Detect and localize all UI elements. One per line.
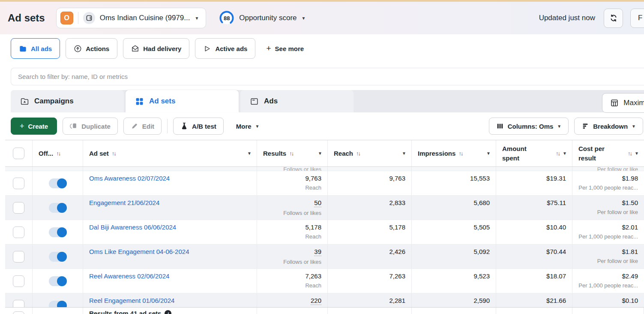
row-checkbox[interactable] — [13, 178, 24, 189]
chip-all-ads[interactable]: All ads — [11, 38, 60, 59]
cost-type-label: Per 1,000 people reac... — [578, 184, 638, 191]
results-value: 5,178 — [263, 223, 321, 231]
row-checkbox[interactable] — [13, 311, 24, 314]
row-toggle-on[interactable] — [49, 227, 67, 237]
row-checkbox[interactable] — [13, 226, 24, 238]
tab-campaigns[interactable]: Campaigns — [11, 90, 124, 112]
adset-name-link[interactable]: Reel Engagement 01/06/2024 — [89, 297, 174, 304]
chevron-down-icon: ▼ — [557, 124, 561, 129]
tab-ads[interactable]: Ads — [240, 90, 353, 112]
more-button[interactable]: More ▼ — [229, 118, 267, 135]
row-checkbox[interactable] — [13, 251, 24, 263]
divider — [78, 12, 78, 24]
row-toggle-on[interactable] — [49, 203, 67, 213]
topbar-right: Updated just now F — [539, 9, 644, 28]
select-all-checkbox[interactable] — [13, 148, 24, 159]
chip-label: Active ads — [215, 45, 247, 52]
impressions-value: 2,590 — [418, 297, 490, 304]
row-toggle-on[interactable] — [49, 276, 67, 286]
cost-value: $0.10 — [578, 297, 638, 304]
filters-button-clipped[interactable]: F — [630, 9, 644, 28]
results-type-label: Follows or likes — [263, 259, 321, 265]
chevron-down-icon[interactable]: ▼ — [402, 151, 406, 156]
opportunity-score[interactable]: 88 Opportunity score ▼ — [219, 10, 306, 26]
account-selector[interactable]: O Oms Indian Cuisine (9979... ▼ — [56, 8, 207, 28]
results-type-label: Reach — [263, 184, 321, 191]
level-tabs: Campaigns Ad sets Ads Maximum — [11, 90, 644, 112]
chip-label: Actions — [86, 45, 109, 52]
row-toggle-on[interactable] — [49, 252, 67, 262]
table-row: Oms Awareness 02/07/2024 9,763Reach 9,76… — [5, 171, 644, 196]
sort-icon[interactable]: ↑↓ — [628, 150, 632, 157]
cost-type-label: Per follow or like — [578, 209, 638, 215]
sort-icon[interactable]: ↑↓ — [356, 150, 360, 157]
amount-spent-value: $10.40 — [502, 223, 566, 231]
chevron-down-icon[interactable]: ▼ — [247, 151, 252, 156]
adset-name-link[interactable]: Dal Biji Awareness 06/06/2024 — [89, 223, 176, 231]
ab-test-label: A/B test — [192, 123, 216, 130]
column-header-impressions[interactable]: Impressions ↑↓ ▼ — [412, 140, 496, 166]
create-button[interactable]: + Create — [11, 118, 57, 135]
column-header-off[interactable]: Off... ↑↓ — [33, 140, 83, 166]
sort-icon[interactable]: ↑↓ — [556, 150, 560, 157]
reach-value: 2,281 — [334, 297, 405, 304]
maximum-button-clipped[interactable]: Maximum — [602, 93, 644, 113]
search-input[interactable] — [11, 68, 644, 85]
row-toggle-on[interactable] — [49, 178, 67, 188]
column-header-ad-set[interactable]: Ad set ↑↓ ▼ — [83, 140, 257, 166]
adset-name-link[interactable]: Oms Awareness 02/07/2024 — [89, 175, 170, 182]
chevron-down-icon: ▼ — [195, 16, 199, 21]
impressions-value: 5,505 — [418, 223, 490, 231]
table-row: Engagement 21/06/2024 50Follows or likes… — [5, 196, 644, 220]
cost-value: $1.81 — [578, 248, 638, 255]
chevron-down-icon[interactable]: ▼ — [635, 151, 639, 156]
column-header-reach[interactable]: Reach ↑↓ ▼ — [328, 140, 412, 166]
tab-ad-sets[interactable]: Ad sets — [126, 90, 239, 112]
chip-had-delivery[interactable]: Had delivery — [123, 38, 189, 59]
account-avatar: O — [60, 12, 73, 24]
chip-active-ads[interactable]: Active ads — [195, 38, 255, 59]
edit-button[interactable]: Edit — [123, 118, 162, 135]
table-header: Off... ↑↓ Ad set ↑↓ ▼ Results ↑↓ ▼ Reach… — [5, 140, 644, 167]
edit-label: Edit — [142, 123, 154, 130]
adset-name-link[interactable]: Oms Like Engagement 04-06-2024 — [89, 248, 189, 255]
adset-name-link[interactable]: Reel Awareness 02/06/2024 — [89, 272, 169, 280]
chip-actions[interactable]: Actions — [66, 38, 117, 59]
column-header-results[interactable]: Results ↑↓ ▼ — [257, 140, 328, 166]
duplicate-button[interactable]: Duplicate — [63, 118, 118, 135]
ab-test-button[interactable]: A/B test — [173, 118, 224, 135]
create-label: Create — [28, 123, 48, 130]
row-checkbox[interactable] — [13, 202, 24, 214]
info-icon[interactable]: i — [165, 310, 171, 314]
column-header-amount-spent[interactable]: Amount spent ↑↓ ▼ — [496, 140, 572, 166]
tab-label: Campaigns — [34, 97, 74, 106]
sort-icon[interactable]: ↑↓ — [56, 150, 60, 157]
cost-type-label: Per 1,000 people reac... — [578, 282, 638, 289]
impressions-value: 5,680 — [418, 199, 490, 206]
duplicate-label: Duplicate — [81, 123, 111, 130]
row-checkbox[interactable] — [13, 275, 24, 287]
results-value: 50 — [314, 199, 321, 207]
cost-type-label: Per 1,000 people reac... — [578, 233, 638, 240]
column-header-cost-per-result[interactable]: Cost per result ↑↓ ▼ — [572, 140, 644, 166]
chevron-down-icon: ▼ — [302, 16, 306, 21]
clipped-results-label: Follows or likes — [283, 167, 321, 171]
see-more-button[interactable]: + See more — [266, 44, 304, 53]
chevron-down-icon[interactable]: ▼ — [563, 151, 567, 156]
breakdown-button[interactable]: Breakdown ▼ — [574, 118, 643, 135]
table-summary-row: Results from 41 ad sets i — [5, 307, 644, 314]
chevron-down-icon[interactable]: ▼ — [486, 151, 491, 156]
sort-icon[interactable]: ↑↓ — [112, 150, 116, 157]
sort-icon[interactable]: ↑↓ — [289, 150, 293, 157]
reach-value: 2,833 — [334, 199, 405, 206]
plus-icon: + — [266, 44, 271, 53]
columns-button[interactable]: Columns: Oms ▼ — [489, 118, 569, 135]
refresh-button[interactable] — [604, 9, 623, 28]
adset-name-link[interactable]: Engagement 21/06/2024 — [89, 199, 159, 206]
sort-icon[interactable]: ↑↓ — [458, 150, 462, 157]
chevron-down-icon[interactable]: ▼ — [318, 151, 322, 156]
results-value: 7,263 — [263, 272, 321, 280]
ads-manager-page: Ad sets O Oms Indian Cuisine (9979... ▼ … — [0, 0, 644, 314]
topbar: Ad sets O Oms Indian Cuisine (9979... ▼ … — [0, 2, 644, 34]
folder-icon — [19, 45, 27, 53]
